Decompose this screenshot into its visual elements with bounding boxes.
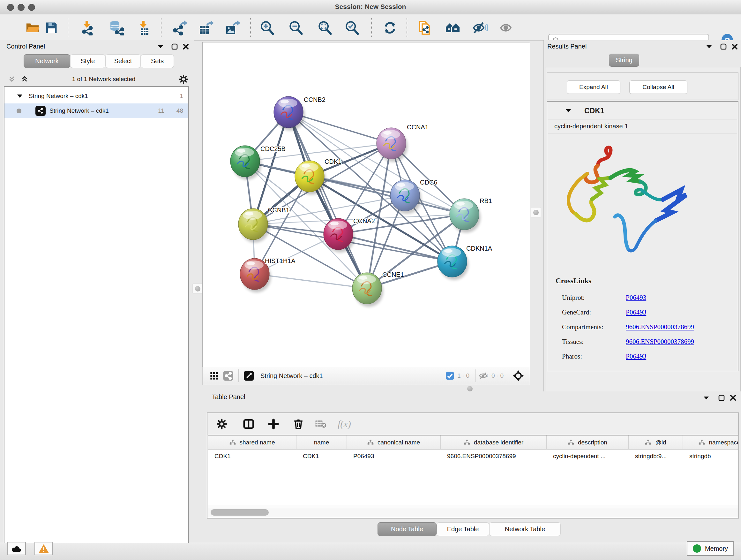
first-neighbors-button[interactable] <box>445 20 461 36</box>
table-cell[interactable]: stringdb:9... <box>629 453 683 460</box>
refresh-layout-button[interactable] <box>382 20 398 36</box>
collapse-all-button[interactable]: Collapse All <box>629 80 687 94</box>
tab-network-table[interactable]: Network Table <box>489 522 561 536</box>
network-edge[interactable] <box>288 112 367 288</box>
crosslink-value-link[interactable]: 9606.ENSP00000378699 <box>626 323 694 331</box>
import-network-from-database-button[interactable] <box>109 20 125 36</box>
network-node-CCNE1[interactable] <box>352 273 383 307</box>
show-all-button[interactable] <box>498 20 515 36</box>
right-splitter-handle[interactable] <box>531 207 541 217</box>
network-node-CCNB2[interactable] <box>274 97 305 131</box>
table-cell[interactable]: stringdb <box>683 453 738 460</box>
zoom-out-button[interactable] <box>288 20 304 36</box>
expand-all-button[interactable]: Expand All <box>567 80 620 94</box>
cloud-status-button[interactable] <box>7 542 26 555</box>
hidden-eye-slash-icon[interactable] <box>479 371 489 381</box>
collapse-all-chevron-icon[interactable] <box>20 75 29 83</box>
network-node-CCNA1[interactable] <box>377 128 408 162</box>
scrollbar-thumb[interactable] <box>211 509 269 516</box>
panel-close-button[interactable] <box>728 393 738 402</box>
crosslink-value-link[interactable]: P06493 <box>626 294 646 302</box>
separator <box>475 369 475 382</box>
panel-close-button[interactable] <box>180 42 191 51</box>
column-header[interactable]: shared name <box>208 435 296 449</box>
duplicate-network-button[interactable] <box>417 20 433 36</box>
create-column-button[interactable] <box>265 415 282 433</box>
table-row[interactable]: CDK1CDK1P064939606.ENSP00000378699cyclin… <box>208 449 738 463</box>
crosslink-value-link[interactable]: 9606.ENSP00000378699 <box>626 338 694 346</box>
network-graph[interactable]: CCNB2CCNA1CDC25BCDK1CDC6RB1CCNB1CCNA2CDK… <box>203 43 530 367</box>
network-node-CDK1[interactable] <box>295 161 326 195</box>
left-splitter-handle[interactable] <box>192 284 203 294</box>
network-edge[interactable] <box>255 274 367 288</box>
panel-float-button[interactable] <box>716 393 727 402</box>
table-cell[interactable]: 9606.ENSP00000378699 <box>441 453 547 460</box>
table-cell[interactable]: CDK1 <box>296 453 347 460</box>
column-header[interactable]: name <box>296 435 347 449</box>
save-session-button[interactable] <box>44 20 59 36</box>
import-table-from-file-button[interactable] <box>135 20 151 36</box>
export-table-button[interactable] <box>198 20 214 36</box>
expand-all-chevron-icon[interactable] <box>8 75 16 83</box>
table-container: f(x) shared namenamecanonical namedataba… <box>207 413 739 518</box>
network-node-RB1[interactable] <box>450 199 481 233</box>
collapse-arrow-icon[interactable] <box>17 94 23 99</box>
zoom-in-button[interactable] <box>259 20 275 36</box>
network-view-button[interactable] <box>221 369 235 382</box>
node-table[interactable]: shared namenamecanonical namedatabase id… <box>208 435 738 505</box>
panel-menu-button[interactable] <box>701 393 712 402</box>
delete-table-button-disabled <box>312 415 329 433</box>
tab-node-table[interactable]: Node Table <box>378 522 436 536</box>
tab-edge-table[interactable]: Edge Table <box>436 522 489 536</box>
column-header[interactable]: namespace <box>683 435 738 449</box>
export-image-button[interactable] <box>225 20 241 36</box>
import-network-from-file-button[interactable] <box>79 20 95 36</box>
warning-status-button[interactable] <box>35 542 53 555</box>
panel-float-button[interactable] <box>169 42 180 51</box>
network-node-CDKN1A[interactable] <box>437 246 468 280</box>
column-header[interactable]: description <box>547 435 629 449</box>
column-header[interactable]: canonical name <box>347 435 441 449</box>
network-node-CDC25B[interactable] <box>230 145 261 180</box>
grid-view-button[interactable] <box>207 369 221 382</box>
tab-style[interactable]: Style <box>70 54 105 68</box>
crosslink-value-link[interactable]: P06493 <box>626 308 646 316</box>
panel-menu-button[interactable] <box>155 42 166 51</box>
network-canvas[interactable]: CCNB2CCNA1CDC25BCDK1CDC6RB1CCNB1CCNA2CDK… <box>202 42 530 367</box>
gene-card-header[interactable]: CDK1 <box>548 103 737 119</box>
panel-close-button[interactable] <box>729 42 740 51</box>
hide-selected-button[interactable] <box>472 20 488 36</box>
tab-select[interactable]: Select <box>105 54 141 68</box>
crosslink-value-link[interactable]: P06493 <box>626 353 646 361</box>
collection-label: String Network – cdk1 <box>29 92 180 100</box>
column-header-label: database identifier <box>474 439 523 446</box>
column-header[interactable]: @id <box>629 435 683 449</box>
detach-view-button[interactable] <box>242 369 256 382</box>
panel-float-button[interactable] <box>718 42 729 51</box>
table-settings-gear-button[interactable] <box>213 415 230 433</box>
network-options-gear-icon[interactable] <box>179 74 188 84</box>
gene-name: CDK1 <box>584 107 604 115</box>
open-session-button[interactable] <box>24 20 41 36</box>
table-horizontal-scrollbar[interactable] <box>208 508 738 516</box>
birds-eye-view-button[interactable] <box>511 369 525 382</box>
memory-button[interactable]: Memory <box>687 541 734 556</box>
tab-sets[interactable]: Sets <box>141 54 174 68</box>
table-cell[interactable]: P06493 <box>347 453 441 460</box>
tab-network[interactable]: Network <box>23 54 70 68</box>
selected-checkbox-icon[interactable] <box>445 371 455 381</box>
delete-column-button[interactable] <box>290 415 307 433</box>
table-cell[interactable]: cyclin-dependent ... <box>547 453 629 460</box>
export-network-button[interactable] <box>172 20 188 36</box>
network-collection-row[interactable]: String Network – cdk1 1 <box>4 89 188 104</box>
column-header[interactable]: database identifier <box>441 435 547 449</box>
network-row[interactable]: String Network – cdk1 11 48 <box>4 104 188 118</box>
panel-menu-button[interactable] <box>704 42 715 51</box>
tab-string[interactable]: String <box>609 54 639 67</box>
show-columns-button[interactable] <box>240 415 257 433</box>
zoom-selected-button[interactable] <box>344 20 360 36</box>
title-bar: Session: New Session <box>0 0 741 14</box>
collapse-arrow-icon[interactable] <box>565 108 571 113</box>
zoom-fit-content-button[interactable] <box>317 20 333 36</box>
table-cell[interactable]: CDK1 <box>208 453 296 460</box>
